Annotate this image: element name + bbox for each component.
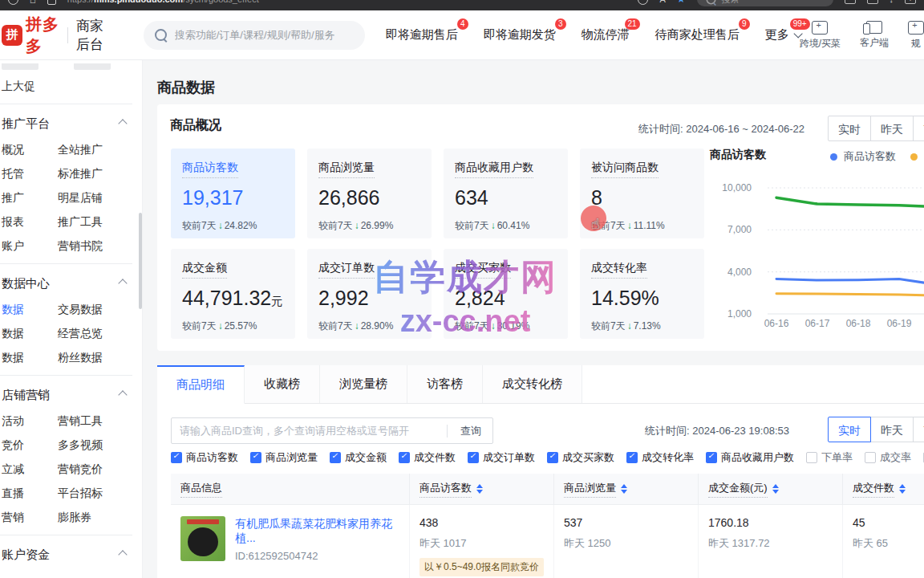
tab-goods-detail[interactable]: 商品明细 [157, 365, 245, 404]
tab-favorites-rank[interactable]: 收藏榜 [245, 365, 320, 403]
sidebar-item[interactable]: 营销竞价 [58, 462, 142, 477]
col-pieces-sort[interactable]: 成交件数 [842, 474, 924, 504]
bookmark-star-icon[interactable]: ★ [677, 0, 686, 5]
down-arrow-icon: ↓ [491, 220, 496, 231]
col-pageviews-sort[interactable]: 商品浏览量 [553, 474, 698, 504]
sidebar-item[interactable]: 平台招标 [58, 486, 142, 501]
browser-search[interactable]: 搜索 [697, 0, 833, 6]
sidebar-item[interactable]: 托管 [2, 167, 58, 181]
sidebar-item[interactable]: 概况 [2, 143, 58, 157]
stat-card-pageviews[interactable]: 商品浏览量 26,866 较前7天↓26.99% [307, 149, 432, 238]
tab-pageview-rank[interactable]: 浏览量榜 [320, 365, 407, 403]
sidebar-item[interactable]: 经营总览 [58, 327, 142, 341]
tool-rules[interactable]: 规 [908, 21, 924, 51]
sidebar-item-active[interactable]: 数据 [2, 303, 58, 317]
metric-checkbox[interactable]: 成交件数 [399, 450, 456, 465]
sidebar-item[interactable]: 推广 [2, 191, 58, 206]
collections-icon[interactable] [845, 0, 856, 4]
sidebar-item[interactable]: 全站推广 [58, 143, 142, 157]
sidebar-section-account-funds[interactable]: 账户资金 [0, 540, 142, 569]
sidebar-item[interactable]: 交易数据 [58, 303, 142, 317]
font-icon[interactable]: A [659, 0, 665, 4]
sidebar-section-shop-marketing[interactable]: 店铺营销 [0, 381, 142, 409]
metric-checkbox[interactable]: 成交金额 [330, 450, 387, 465]
col-visitors-sort[interactable]: 商品访客数 [409, 474, 553, 504]
sidebar-item[interactable]: 直播 [2, 486, 58, 501]
pdd-logo-icon[interactable]: 拼 [2, 25, 22, 46]
stat-card-gmv[interactable]: 成交金额 44,791.32元 较前7天↓25.57% [171, 249, 295, 339]
tab-visitor-rank[interactable]: 访客榜 [407, 365, 483, 403]
goods-id-input[interactable] [172, 418, 428, 443]
sidebar-item[interactable]: 明星店铺 [58, 191, 142, 206]
metric-checkbox[interactable]: 成交转化率 [626, 450, 694, 465]
stat-card-conversion[interactable]: 成交转化率 14.59% 较前7天↓7.13% [580, 249, 704, 339]
legend-label[interactable]: 商品访客数 [844, 149, 896, 164]
tool-client[interactable]: 客户端 [860, 21, 889, 50]
sidebar-item[interactable]: 账户 [2, 239, 58, 254]
col-amount-sort[interactable]: 成交金额(元) [698, 474, 842, 504]
stat-card-visitors[interactable]: 商品访客数 19,317 较前7天↓24.82% [171, 149, 295, 238]
bid-promo-tag[interactable]: 以￥0.5~49.0报名同款竞价 [419, 558, 544, 576]
sidebar-section-promotion[interactable]: 推广平台 [0, 109, 142, 138]
sidebar-item[interactable]: 标准推广 [58, 167, 142, 181]
metric-checkbox[interactable]: 商品收藏用户数 [706, 450, 794, 465]
sidebar-item[interactable]: 推广工具 [58, 215, 142, 230]
rules-icon [908, 21, 924, 35]
sidebar-item[interactable]: 营销 [2, 511, 58, 525]
pdd-logo-text[interactable]: 拼多多 [26, 14, 59, 57]
header-search[interactable] [144, 21, 365, 50]
sidebar-item[interactable]: 膨胀券 [58, 511, 142, 525]
search-button[interactable]: 查询 [460, 424, 481, 438]
sidebar-item[interactable]: 竞价 [2, 438, 58, 453]
sidebar-item[interactable]: 营销工具 [58, 414, 142, 429]
checkbox-checked-icon [547, 452, 558, 463]
sidebar-item[interactable]: 营销书院 [58, 239, 142, 254]
translate-icon[interactable] [638, 0, 648, 5]
legend-dot-blue[interactable] [830, 153, 837, 161]
sidebar-item[interactable]: 数据 [2, 327, 58, 341]
product-title-link[interactable]: 有机肥瓜果蔬菜花肥料家用养花植... [235, 516, 401, 545]
sidebar-item[interactable]: 粉丝数据 [58, 351, 142, 365]
sidebar-item[interactable]: 活动 [2, 414, 58, 429]
sidebar-scrollbar[interactable] [139, 213, 142, 309]
metric-checkbox[interactable]: 商品访客数 [171, 450, 238, 465]
sidebar-item[interactable]: 立减 [2, 462, 58, 477]
divider [67, 27, 68, 43]
metric-checkbox[interactable]: 下单率 [806, 450, 853, 465]
metric-checkbox[interactable]: 商品浏览量 [250, 450, 318, 465]
range-realtime-button[interactable]: 实时 [828, 417, 871, 442]
range-7day-button[interactable]: 7 [913, 116, 924, 141]
nav-pending-aftersale[interactable]: 待商家处理售后9 [655, 27, 740, 43]
legend-dot-yellow[interactable] [910, 153, 918, 161]
reload-icon[interactable] [8, 0, 18, 5]
sidebar-item[interactable]: 多多视频 [58, 438, 142, 453]
metric-checkbox[interactable]: 成交订单数 [468, 450, 535, 465]
stat-card-favorites[interactable]: 商品收藏用户数 634 较前7天↓60.41% [444, 149, 568, 238]
sidebar-section-data-center[interactable]: 数据中心 [0, 269, 142, 298]
nav-overdue-aftersale[interactable]: 即将逾期售后4 [386, 27, 458, 43]
sidebar-item[interactable]: 报表 [2, 215, 58, 230]
metric-checkbox[interactable]: 成交买家数 [547, 450, 614, 465]
range-realtime-button[interactable]: 实时 [828, 116, 871, 141]
range-yesterday-button[interactable]: 昨天 [870, 116, 914, 141]
goods-table: 商品信息 商品访客数 商品浏览量 成交金额(元) 成交件数 有机肥瓜果蔬菜花肥料… [171, 474, 924, 578]
nav-logistics-stalled[interactable]: 物流停滞21 [582, 27, 630, 43]
address-bar[interactable]: https://mms.pinduoduo.com/sycm/goods_eff… [67, 0, 259, 4]
down-arrow-icon: ↓ [355, 320, 359, 332]
home-icon[interactable]: ⌂ [30, 0, 36, 6]
sidebar-item[interactable]: 数据 [2, 351, 58, 365]
split-screen-icon[interactable] [867, 0, 878, 4]
stat-card-orders[interactable]: 成交订单数 2,992 较前7天↓28.90% [307, 249, 432, 339]
metric-checkbox[interactable]: 成交率 [865, 450, 911, 465]
product-image[interactable] [180, 516, 225, 561]
header-search-input[interactable] [173, 28, 337, 42]
sidebar-item-dacu[interactable]: 上大促 [2, 79, 58, 94]
nav-more[interactable]: 更多99+ [765, 27, 800, 43]
stat-card-buyers[interactable]: 成交买家数 2,824 较前7天↓30.19% [444, 249, 568, 339]
tab-conversion-rank[interactable]: 成交转化榜 [483, 365, 582, 403]
downloads-icon[interactable]: ↓ [890, 0, 894, 4]
range-7day-button[interactable]: 7 [913, 417, 924, 442]
apps-icon[interactable]: + [905, 0, 916, 4]
nav-overdue-shipment[interactable]: 即将逾期发货3 [484, 27, 556, 43]
range-yesterday-button[interactable]: 昨天 [870, 417, 914, 442]
